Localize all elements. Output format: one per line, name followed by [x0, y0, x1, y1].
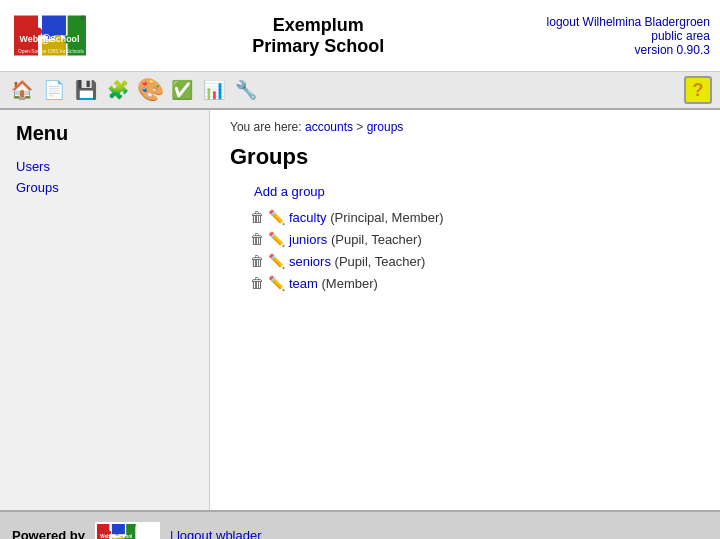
breadcrumb-text: You are here: [230, 120, 305, 134]
group-item-seniors: 🗑 ✏️ seniors (Pupil, Teacher) [250, 253, 700, 269]
site-name: Exemplum [252, 15, 384, 36]
tools-icon[interactable]: 🔧 [232, 76, 260, 104]
seniors-roles: (Pupil, Teacher) [331, 254, 425, 269]
footer-logo-image: Website @ School ® [95, 520, 160, 539]
group-item-faculty: 🗑 ✏️ faculty (Principal, Member) [250, 209, 700, 225]
home-icon[interactable]: 🏠 [8, 76, 36, 104]
edit-juniors-icon[interactable]: ✏️ [268, 231, 285, 247]
delete-seniors-icon[interactable]: 🗑 [250, 253, 264, 269]
svg-text:School: School [117, 534, 132, 539]
content-area: You are here: accounts > groups Groups A… [210, 110, 720, 510]
main-layout: Menu Users Groups You are here: accounts… [0, 110, 720, 510]
add-group-link[interactable]: Add a group [254, 184, 700, 199]
faculty-roles: (Principal, Member) [327, 210, 444, 225]
sidebar-item-users[interactable]: Users [16, 159, 193, 174]
breadcrumb-groups[interactable]: groups [367, 120, 404, 134]
group-item-juniors: 🗑 ✏️ juniors (Pupil, Teacher) [250, 231, 700, 247]
palette-icon[interactable]: 🎨 [136, 76, 164, 104]
version-label: version 0.90.3 [635, 43, 710, 57]
logo-image: Website @ School Open-Source CMS for Sch… [10, 8, 90, 63]
chart-icon[interactable]: 📊 [200, 76, 228, 104]
logout-link-header[interactable]: logout Wilhelmina Bladergroen [547, 15, 710, 29]
page-icon[interactable]: 📄 [40, 76, 68, 104]
check-icon[interactable]: ✅ [168, 76, 196, 104]
delete-faculty-icon[interactable]: 🗑 [250, 209, 264, 225]
footer-logout-link[interactable]: | logout wblader [170, 528, 262, 540]
logo-area: Website @ School Open-Source CMS for Sch… [10, 8, 90, 63]
faculty-link[interactable]: faculty [289, 210, 327, 225]
breadcrumb: You are here: accounts > groups [230, 120, 700, 134]
group-item-team: 🗑 ✏️ team (Member) [250, 275, 700, 291]
sidebar: Menu Users Groups [0, 110, 210, 510]
team-link[interactable]: team [289, 276, 318, 291]
seniors-link[interactable]: seniors [289, 254, 331, 269]
svg-text:School: School [50, 34, 79, 44]
juniors-link[interactable]: juniors [289, 232, 327, 247]
juniors-roles: (Pupil, Teacher) [327, 232, 421, 247]
edit-team-icon[interactable]: ✏️ [268, 275, 285, 291]
area-label: public area [651, 29, 710, 43]
powered-by-label: Powered by [12, 528, 85, 540]
edit-faculty-icon[interactable]: ✏️ [268, 209, 285, 225]
site-subtitle: Primary School [252, 36, 384, 57]
svg-text:Open-Source CMS for Schools: Open-Source CMS for Schools [18, 49, 84, 54]
breadcrumb-sep: > [353, 120, 367, 134]
help-icon[interactable]: ? [684, 76, 712, 104]
team-roles: (Member) [318, 276, 378, 291]
puzzle-icon[interactable]: 🧩 [104, 76, 132, 104]
breadcrumb-accounts[interactable]: accounts [305, 120, 353, 134]
toolbar: 🏠 📄 💾 🧩 🎨 ✅ 📊 🔧 ? [0, 72, 720, 110]
delete-team-icon[interactable]: 🗑 [250, 275, 264, 291]
save-icon[interactable]: 💾 [72, 76, 100, 104]
footer: Powered by Website @ School ® | logout w… [0, 510, 720, 539]
delete-juniors-icon[interactable]: 🗑 [250, 231, 264, 247]
sidebar-item-groups[interactable]: Groups [16, 180, 193, 195]
menu-heading: Menu [16, 122, 193, 145]
page-title: Groups [230, 144, 700, 170]
svg-text:@: @ [40, 33, 50, 44]
edit-seniors-icon[interactable]: ✏️ [268, 253, 285, 269]
toolbar-icons: 🏠 📄 💾 🧩 🎨 ✅ 📊 🔧 [8, 76, 260, 104]
site-title: Exemplum Primary School [252, 15, 384, 57]
page-header: Website @ School Open-Source CMS for Sch… [0, 0, 720, 72]
user-info-area: logout Wilhelmina Bladergroen public are… [547, 15, 710, 57]
